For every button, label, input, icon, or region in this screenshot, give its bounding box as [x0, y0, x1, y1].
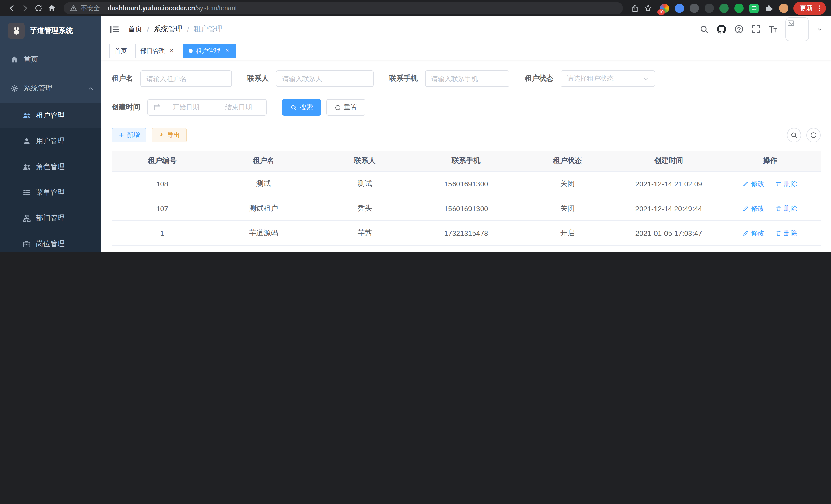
menu-dots-icon[interactable] [816, 5, 823, 12]
close-icon[interactable]: × [224, 47, 231, 55]
github-link[interactable] [716, 24, 727, 34]
cell-id: 107 [112, 196, 213, 221]
mobile-input[interactable] [431, 75, 503, 83]
reset-button[interactable]: 重置 [326, 99, 365, 116]
sidebar-item-label: 菜单管理 [36, 188, 94, 197]
header-search-button[interactable] [699, 25, 709, 34]
breadcrumb-separator: / [147, 25, 149, 33]
cell-contact: 秃头 [314, 196, 416, 221]
edit-label: 修改 [751, 228, 765, 238]
tenant-name-input[interactable] [146, 75, 226, 83]
right-toolbar [787, 128, 821, 142]
font-size-button[interactable] [768, 25, 778, 34]
edit-link[interactable]: 修改 [743, 228, 765, 238]
cell-status: 关闭 [517, 171, 618, 196]
trash-icon [776, 205, 782, 211]
fullscreen-button[interactable] [751, 25, 761, 34]
tag-tenant[interactable]: 租户管理 × [183, 44, 236, 58]
browser-forward-button[interactable] [19, 2, 32, 15]
tag-home[interactable]: 首页 [110, 44, 132, 58]
toggle-search-button[interactable] [787, 128, 801, 142]
sidebar-collapse-button[interactable] [110, 24, 120, 34]
profile-avatar-icon[interactable] [779, 4, 789, 13]
date-end-placeholder[interactable]: 结束日期 [217, 103, 261, 112]
filter-mobile: 联系手机 [389, 70, 509, 87]
share-icon [631, 4, 638, 12]
extension-globe-icon[interactable] [690, 4, 699, 13]
browser-back-button[interactable] [5, 2, 19, 15]
export-button[interactable]: 导出 [152, 128, 187, 142]
tenant-name-input-wrap [140, 70, 232, 87]
breadcrumb-home[interactable]: 首页 [128, 25, 142, 34]
tenant-page: 租户名 联系人 联系手机 [101, 60, 831, 252]
filter-create-time: 创建时间 开始日期 - 结束日期 [112, 99, 267, 116]
trash-icon [776, 230, 782, 236]
contact-input[interactable] [282, 75, 368, 83]
bookmark-button[interactable] [641, 2, 655, 15]
delete-label: 删除 [784, 179, 797, 188]
extension-colorful-icon[interactable]: 10 [660, 4, 669, 13]
help-button[interactable] [735, 25, 744, 34]
sidebar-item-tenant[interactable]: 租户管理 [0, 103, 101, 128]
app-logo-row[interactable]: 芋道管理系统 [0, 17, 101, 45]
breadcrumb-system[interactable]: 系统管理 [154, 25, 182, 34]
add-button[interactable]: 新增 [112, 128, 146, 142]
cell-name: 测试 [213, 171, 314, 196]
browser-share-button[interactable] [628, 2, 641, 15]
warning-icon [70, 5, 77, 12]
avatar-dropdown-button[interactable] [816, 26, 823, 32]
sidebar-item-role[interactable]: 角色管理 [0, 154, 101, 180]
contact-label: 联系人 [247, 74, 269, 83]
browser-update-button[interactable]: 更新 [794, 2, 826, 15]
edit-link[interactable]: 修改 [743, 179, 765, 188]
address-bar[interactable]: 不安全 dashboard.yudao.iocoder.cn/system/te… [64, 2, 623, 14]
search-button[interactable]: 搜索 [282, 99, 321, 116]
url-text[interactable]: dashboard.yudao.iocoder.cn/system/tenant [108, 5, 237, 12]
user-avatar[interactable] [785, 18, 809, 41]
col-header-created: 创建时间 [618, 151, 719, 171]
date-separator: - [211, 103, 213, 111]
tag-dept[interactable]: 部门管理 × [135, 44, 180, 58]
sidebar-item-menu[interactable]: 菜单管理 [0, 180, 101, 206]
edit-link[interactable]: 修改 [743, 204, 765, 213]
close-icon[interactable]: × [168, 47, 175, 55]
table-toolbar: 新增 导出 [112, 128, 821, 142]
forward-icon [21, 4, 29, 12]
sidebar-item-dept[interactable]: 部门管理 [0, 206, 101, 231]
status-select[interactable]: 请选择租户状态 [561, 70, 655, 87]
delete-link[interactable]: 删除 [776, 228, 797, 238]
extension-dark-icon[interactable] [705, 4, 714, 13]
security-label[interactable]: 不安全 [81, 4, 100, 12]
sidebar-item-post[interactable]: 岗位管理 [0, 231, 101, 252]
refresh-table-button[interactable] [806, 128, 821, 142]
extension-chat-icon[interactable] [749, 4, 758, 13]
refresh-icon [810, 131, 817, 139]
browser-reload-button[interactable] [32, 2, 45, 15]
edit-label: 修改 [751, 204, 765, 213]
date-start-placeholder[interactable]: 开始日期 [164, 103, 208, 112]
app-window: 芋道管理系统 首页 系统管理 租户管理 用户管理 [0, 17, 831, 252]
table-row: 108 测试 测试 15601691300 关闭 2021-12-14 21:0… [112, 171, 821, 196]
sidebar-item-user[interactable]: 用户管理 [0, 128, 101, 154]
delete-link[interactable]: 删除 [776, 204, 797, 213]
date-range-picker[interactable]: 开始日期 - 结束日期 [147, 99, 267, 116]
delete-link[interactable]: 删除 [776, 179, 797, 188]
filter-status: 租户状态 请选择租户状态 [525, 70, 655, 87]
edit-icon [743, 230, 749, 236]
reload-icon [34, 4, 42, 12]
extensions-puzzle-icon[interactable] [764, 4, 773, 13]
extension-green-icon[interactable] [719, 4, 729, 13]
hamburger-icon [110, 24, 120, 34]
sidebar-item-home[interactable]: 首页 [0, 45, 101, 74]
extension-blue-icon[interactable] [675, 4, 684, 13]
browser-home-button[interactable] [45, 2, 59, 15]
trash-icon [776, 181, 782, 187]
delete-label: 删除 [784, 228, 797, 238]
tag-label: 部门管理 [140, 47, 165, 55]
extension-green-check-icon[interactable] [735, 4, 744, 13]
sidebar-item-label: 租户管理 [36, 111, 94, 120]
main-area: 首页 / 系统管理 / 租户管理 [101, 17, 831, 252]
sidebar-item-system[interactable]: 系统管理 [0, 74, 101, 103]
table-header-row: 租户编号 租户名 联系人 联系手机 租户状态 创建时间 操作 [112, 151, 821, 171]
edit-label: 修改 [751, 179, 765, 188]
